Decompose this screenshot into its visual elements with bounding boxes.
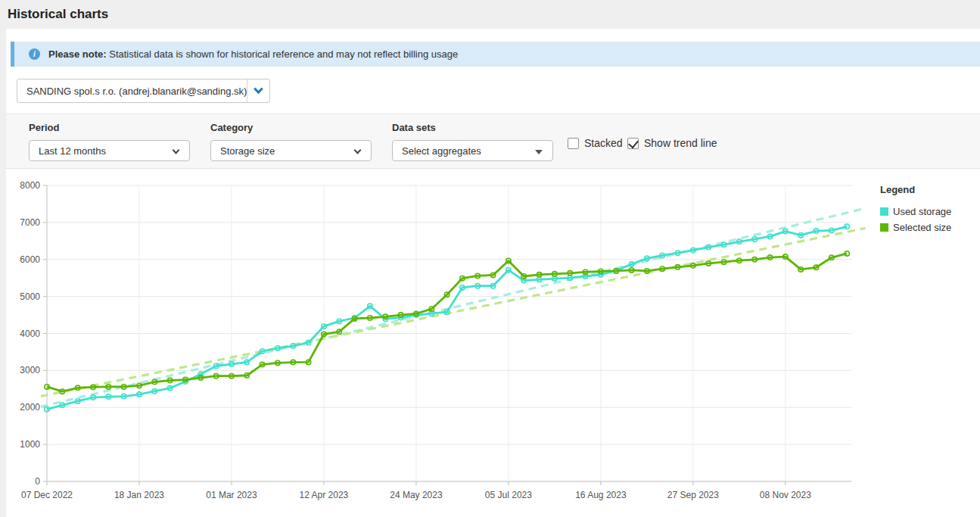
trend-line	[41, 228, 866, 396]
trend-checkbox-group[interactable]: Show trend line	[627, 137, 717, 149]
series-selected-size	[45, 251, 850, 394]
chart-legend: Legend Used storageSelected size	[880, 184, 951, 238]
datasets-select-value: Select aggregates	[393, 145, 481, 157]
page-title: Historical charts	[8, 7, 108, 22]
y-tick-label: 6000	[20, 254, 40, 265]
x-tick-label: 27 Sep 2023	[667, 490, 719, 500]
y-tick-label: 7000	[20, 217, 40, 228]
series-line	[47, 226, 847, 409]
legend-item: Used storage	[880, 206, 951, 217]
legend-title: Legend	[880, 184, 951, 195]
page-header-band	[0, 0, 980, 29]
datasets-filter: Data sets Select aggregates	[392, 122, 553, 161]
account-select[interactable]: SANDING spol.s r.o. (andrej.blanarik@san…	[17, 79, 270, 103]
y-tick-label: 0	[35, 476, 40, 487]
x-tick-label: 08 Nov 2023	[760, 490, 811, 500]
triangle-down-icon	[535, 150, 543, 154]
datasets-label: Data sets	[392, 122, 553, 133]
period-select[interactable]: Last 12 months	[29, 140, 190, 161]
chart-area: 01000200030004000500060007000800007 Dec …	[6, 178, 980, 517]
chevron-down-icon	[254, 84, 263, 94]
y-tick-label: 3000	[20, 365, 40, 375]
historical-chart: 01000200030004000500060007000800007 Dec …	[6, 178, 980, 517]
series-used-storage	[45, 224, 850, 412]
legend-item-label: Used storage	[893, 206, 951, 217]
category-select-value: Storage size	[211, 145, 275, 157]
account-select-value: SANDING spol.s r.o. (andrej.blanarik@san…	[17, 86, 247, 97]
legend-item: Selected size	[880, 222, 951, 233]
y-tick-label: 8000	[20, 180, 40, 191]
category-select[interactable]: Storage size	[210, 140, 372, 161]
period-select-value: Last 12 months	[30, 145, 106, 157]
filter-bar: Period Last 12 months Category Storage s…	[6, 114, 980, 169]
x-tick-label: 01 Mar 2023	[206, 490, 257, 500]
category-filter: Category Storage size	[210, 122, 372, 161]
legend-item-label: Selected size	[893, 222, 951, 233]
x-tick-label: 16 Aug 2023	[575, 490, 627, 500]
content-card: i Please note: Statistical data is shown…	[6, 29, 980, 517]
period-label: Period	[29, 122, 190, 133]
info-note: i Please note: Statistical data is shown…	[11, 42, 980, 67]
show-trend-line-checkbox[interactable]	[627, 138, 639, 149]
x-tick-label: 07 Dec 2022	[21, 490, 73, 500]
stacked-checkbox[interactable]	[568, 138, 579, 149]
trend-line	[41, 208, 866, 406]
chevron-down-icon	[173, 147, 180, 154]
x-tick-label: 12 Apr 2023	[300, 490, 349, 500]
x-tick-label: 05 Jul 2023	[485, 490, 532, 500]
info-icon: i	[29, 48, 40, 60]
stacked-checkbox-group[interactable]: Stacked	[568, 137, 623, 149]
note-message: Statistical data is shown for historical…	[109, 48, 458, 60]
stacked-label: Stacked	[584, 137, 623, 149]
chevron-down-icon	[354, 147, 362, 154]
y-tick-label: 2000	[20, 402, 40, 413]
note-label: Please note:	[48, 48, 107, 60]
legend-swatch	[880, 223, 888, 232]
account-select-arrow-button[interactable]	[247, 79, 269, 102]
show-trend-line-label: Show trend line	[644, 137, 717, 149]
y-tick-label: 1000	[20, 439, 40, 450]
y-tick-label: 5000	[20, 291, 40, 302]
y-tick-label: 4000	[20, 329, 40, 339]
datasets-select[interactable]: Select aggregates	[392, 140, 553, 161]
note-text: Please note: Statistical data is shown f…	[48, 48, 458, 60]
x-tick-label: 18 Jan 2023	[114, 490, 164, 500]
period-filter: Period Last 12 months	[29, 122, 190, 161]
legend-swatch	[880, 207, 888, 216]
category-label: Category	[210, 122, 372, 133]
x-tick-label: 24 May 2023	[390, 490, 443, 500]
